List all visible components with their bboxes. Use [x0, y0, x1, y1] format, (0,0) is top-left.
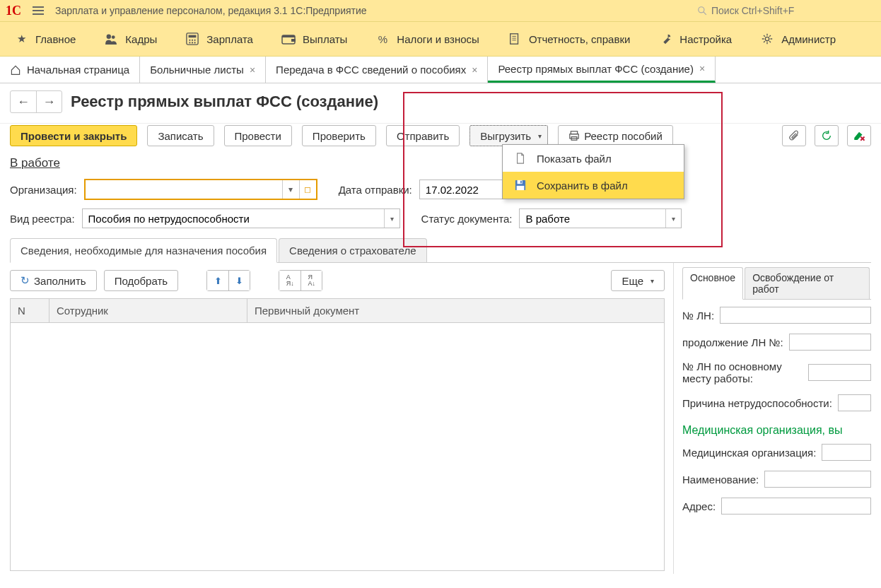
open-tabs: Начальная страница Больничные листы × Пе…	[0, 57, 881, 83]
right-tabs: Основное Освобождение от работ	[682, 267, 871, 300]
calculator-icon	[185, 32, 199, 46]
close-icon[interactable]: ×	[250, 64, 255, 76]
status-input[interactable]	[520, 209, 665, 228]
ln-main-input[interactable]	[808, 364, 871, 381]
fill-icon: ↻	[21, 274, 30, 287]
paperclip-icon	[788, 130, 800, 141]
refresh-button[interactable]	[815, 125, 839, 146]
nav-hr[interactable]: Кадры	[90, 22, 171, 56]
move-up-button[interactable]: ⬆	[207, 271, 228, 290]
show-file-item[interactable]: Показать файл	[503, 145, 684, 172]
nav-settings[interactable]: Настройка	[644, 22, 746, 56]
nav-settings-label: Настройка	[679, 33, 732, 45]
tab-fss-registry[interactable]: Реестр прямых выплат ФСС (создание) ×	[488, 57, 716, 83]
sort-desc-button[interactable]: ЯА↓	[301, 271, 322, 290]
right-tab-main[interactable]: Основное	[682, 267, 743, 300]
chevron-down-icon[interactable]: ▾	[665, 209, 681, 228]
address-input[interactable]	[721, 498, 871, 514]
svg-point-10	[192, 42, 193, 43]
hamburger-icon[interactable]	[30, 4, 47, 18]
field-address: Адрес:	[682, 498, 871, 514]
home-icon	[10, 64, 21, 76]
nav-admin[interactable]: Администр	[746, 22, 850, 56]
reason-input[interactable]	[838, 394, 871, 411]
close-icon[interactable]: ×	[472, 64, 477, 76]
page-title: Реестр прямых выплат ФСС (создание)	[71, 93, 378, 111]
close-icon[interactable]: ×	[699, 63, 705, 74]
nav-main[interactable]: ★ Главное	[0, 22, 90, 56]
star-icon: ★	[14, 32, 28, 46]
col-employee[interactable]: Сотрудник	[49, 299, 247, 322]
mark-delete-button[interactable]	[847, 125, 871, 146]
doc-header: ← → Реестр прямых выплат ФСС (создание)	[0, 83, 881, 124]
nav-admin-label: Администр	[781, 33, 836, 45]
svg-point-9	[189, 42, 191, 43]
org-input[interactable]	[86, 180, 282, 199]
send-button[interactable]: Отправить	[386, 125, 460, 146]
field-ln-main: № ЛН по основному месту работы:	[682, 360, 871, 384]
app-title: Зарплата и управление персоналом, редакц…	[55, 5, 367, 16]
fill-label: Заполнить	[34, 275, 86, 287]
post-and-close-button[interactable]: Провести и закрыть	[10, 125, 137, 146]
export-button[interactable]: Выгрузить ▾	[469, 125, 548, 146]
form-row-1: Организация: ▾ ◻ Дата отправки: Номер:	[0, 175, 881, 204]
registry-button[interactable]: Реестр пособий	[558, 125, 673, 146]
save-file-label: Сохранить в файл	[537, 180, 628, 192]
right-tab-exemption[interactable]: Освобождение от работ	[745, 267, 870, 299]
nav-salary-label: Зарплата	[206, 33, 253, 45]
type-label: Вид реестра:	[10, 213, 75, 225]
pick-button[interactable]: Подобрать	[104, 270, 179, 291]
nav-payments-label: Выплаты	[303, 33, 347, 45]
chevron-down-icon[interactable]: ▾	[384, 209, 399, 228]
org-label: Организация:	[10, 184, 77, 196]
svg-point-6	[189, 40, 191, 41]
table-body[interactable]	[11, 323, 664, 570]
tab-insurer-data[interactable]: Сведения о страхователе	[279, 238, 426, 262]
forward-button[interactable]: →	[36, 91, 62, 112]
nav-reports[interactable]: Отчетность, справки	[494, 22, 644, 56]
svg-rect-28	[517, 186, 525, 190]
ln-no-input[interactable]	[720, 307, 871, 324]
nav-main-label: Главное	[35, 33, 76, 45]
svg-rect-27	[520, 181, 522, 184]
org-dropdown-btn[interactable]: ▾	[282, 180, 299, 199]
wrench-icon	[658, 32, 672, 46]
fill-button[interactable]: ↻ Заполнить	[10, 270, 97, 291]
move-buttons: ⬆ ⬇	[206, 270, 250, 291]
type-select[interactable]: ▾	[82, 208, 400, 228]
more-button[interactable]: Еще ▾	[611, 270, 665, 291]
save-file-item[interactable]: Сохранить в файл	[503, 172, 684, 199]
cont-ln-input[interactable]	[789, 334, 871, 351]
type-input[interactable]	[83, 209, 384, 228]
back-button[interactable]: ←	[11, 91, 36, 112]
org-open-btn[interactable]: ◻	[299, 180, 316, 199]
med-section-title: Медицинская организация, вы	[682, 424, 871, 437]
search-input[interactable]	[711, 5, 853, 16]
record-button[interactable]: Записать	[147, 125, 214, 146]
global-search[interactable]	[692, 3, 875, 18]
tab-home-label: Начальная страница	[27, 64, 129, 76]
post-button[interactable]: Провести	[224, 125, 292, 146]
wallet-icon	[281, 32, 296, 46]
tab-fss-transfer[interactable]: Передача в ФСС сведений о пособиях ×	[266, 57, 488, 83]
attach-button[interactable]	[782, 125, 806, 146]
percent-icon: %	[375, 32, 390, 46]
status-link[interactable]: В работе	[10, 156, 60, 170]
move-down-button[interactable]: ⬇	[228, 271, 250, 290]
nav-taxes[interactable]: % Налоги и взносы	[361, 22, 494, 56]
status-select[interactable]: ▾	[519, 208, 682, 228]
col-n[interactable]: N	[11, 299, 49, 322]
nav-salary[interactable]: Зарплата	[171, 22, 267, 56]
nav-reports-label: Отчетность, справки	[529, 33, 630, 45]
nav-history: ← →	[10, 90, 62, 113]
tab-assignment-data[interactable]: Сведения, необходимые для назначения пос…	[10, 238, 277, 263]
sort-asc-button[interactable]: АЯ↓	[279, 271, 301, 290]
nav-payments[interactable]: Выплаты	[267, 22, 361, 56]
page-icon	[514, 152, 527, 165]
col-primary-doc[interactable]: Первичный документ	[247, 299, 664, 322]
med-org-input[interactable]	[822, 444, 871, 461]
med-name-input[interactable]	[764, 471, 871, 488]
tab-sick-leave[interactable]: Больничные листы ×	[140, 57, 266, 83]
tab-home[interactable]: Начальная страница	[0, 57, 140, 83]
check-button[interactable]: Проверить	[302, 125, 376, 146]
